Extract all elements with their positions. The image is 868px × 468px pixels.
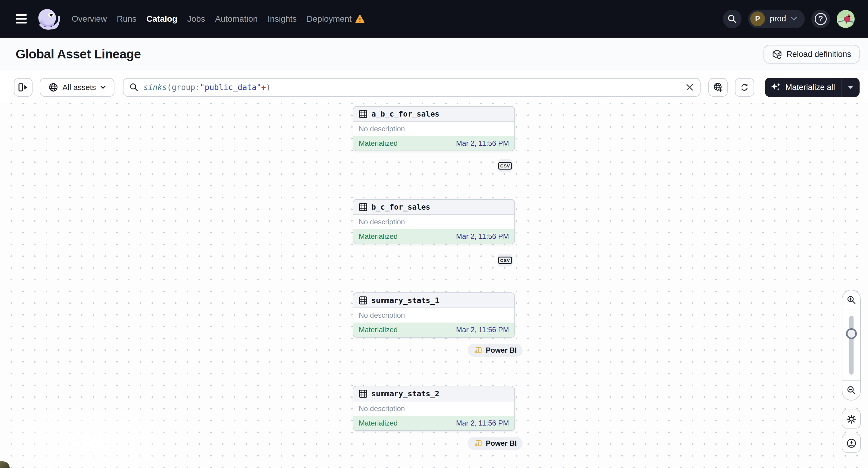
asset-name: summary_stats_2 — [371, 389, 439, 398]
query-paren-open: ( — [167, 83, 172, 92]
asset-node-header[interactable]: summary_stats_2 — [353, 386, 515, 401]
materialized-status: Materialized — [359, 325, 398, 334]
table-icon — [359, 203, 367, 211]
materialized-status: Materialized — [359, 139, 398, 148]
materialized-timestamp[interactable]: Mar 2, 11:56 PM — [456, 419, 509, 427]
nav-item-automation[interactable]: Automation — [215, 14, 258, 24]
materialized-timestamp[interactable]: Mar 2, 11:56 PM — [456, 325, 509, 334]
table-icon — [359, 389, 367, 398]
kind-tag-powerbi[interactable]: Power BI — [468, 344, 523, 357]
kind-tag-csv[interactable]: CSV — [498, 254, 513, 267]
nav-item-deployment[interactable]: Deployment — [307, 14, 365, 24]
zoom-slider-track[interactable] — [849, 316, 854, 375]
materialized-status: Materialized — [359, 232, 398, 241]
asset-node-b-c-for-sales[interactable]: b_c_for_sales No description Materialize… — [353, 199, 515, 244]
chevron-down-icon — [100, 86, 106, 89]
view-full-graph-button[interactable] — [708, 78, 727, 97]
nav-item-insights[interactable]: Insights — [268, 14, 297, 24]
graph-settings-button[interactable] — [842, 410, 861, 429]
clear-search-button[interactable] — [685, 83, 694, 92]
kind-tag-powerbi[interactable]: Power BI — [468, 437, 523, 450]
zoom-out-button[interactable] — [842, 381, 860, 400]
asset-node-header[interactable]: b_c_for_sales — [353, 200, 515, 215]
nav-item-overview[interactable]: Overview — [72, 14, 107, 24]
search-button[interactable] — [723, 10, 742, 28]
primary-nav: Overview Runs Catalog Jobs Automation In… — [72, 14, 365, 24]
nav-right-cluster: P prod ? — [723, 10, 855, 28]
materialized-status: Materialized — [359, 419, 398, 427]
canvas-glow — [0, 396, 205, 468]
asset-node-header[interactable]: summary_stats_1 — [353, 293, 515, 308]
refresh-graph-button[interactable] — [735, 78, 754, 97]
powerbi-icon — [473, 439, 483, 448]
zoom-out-icon — [847, 385, 856, 395]
globe-plus-icon — [713, 82, 723, 92]
user-avatar[interactable] — [837, 10, 855, 28]
globe-icon — [49, 83, 58, 92]
asset-name: b_c_for_sales — [371, 203, 430, 211]
zoom-slider-thumb[interactable] — [846, 328, 857, 339]
csv-icon: CSV — [498, 162, 512, 169]
asset-status-row: Materialized Mar 2, 11:56 PM — [353, 416, 515, 430]
help-icon: ? — [815, 13, 827, 25]
materialize-all-main[interactable]: Materialize all — [765, 82, 841, 92]
materialized-timestamp[interactable]: Mar 2, 11:56 PM — [456, 139, 509, 148]
avatar-cardinal-image — [837, 10, 855, 28]
page-header: Global Asset Lineage Reload definitions — [0, 38, 868, 71]
download-icon — [846, 438, 857, 448]
lineage-canvas[interactable]: a_b_c_for_sales No description Materiali… — [0, 103, 868, 468]
table-icon — [359, 296, 367, 305]
sparkles-icon — [771, 82, 781, 92]
kind-tag-csv[interactable]: CSV — [498, 159, 513, 172]
asset-node-header[interactable]: a_b_c_for_sales — [353, 106, 515, 122]
asset-status-row: Materialized Mar 2, 11:56 PM — [353, 136, 515, 151]
dagster-logo-icon[interactable] — [34, 5, 61, 33]
asset-description: No description — [353, 215, 515, 229]
asset-status-row: Materialized Mar 2, 11:56 PM — [353, 322, 515, 337]
query-paren-close: ) — [266, 83, 271, 92]
nav-item-deployment-label: Deployment — [307, 14, 351, 24]
query-key: group: — [172, 83, 200, 92]
reload-cube-icon — [772, 49, 782, 59]
materialize-options-button[interactable] — [841, 78, 860, 97]
csv-icon: CSV — [498, 257, 512, 264]
caret-down-icon — [848, 86, 853, 89]
menu-icon[interactable] — [16, 14, 28, 24]
environment-switcher[interactable]: P prod — [748, 10, 805, 28]
warning-icon — [355, 14, 365, 24]
zoom-slider[interactable] — [842, 310, 860, 380]
asset-scope-dropdown[interactable]: All assets — [40, 78, 115, 97]
zoom-in-button[interactable] — [842, 290, 860, 310]
nav-item-catalog[interactable]: Catalog — [146, 14, 177, 24]
asset-node-summary-stats-2[interactable]: summary_stats_2 No description Materiali… — [353, 386, 515, 431]
powerbi-icon — [473, 346, 483, 355]
table-icon — [359, 110, 367, 118]
asset-node-a-b-c-for-sales[interactable]: a_b_c_for_sales No description Materiali… — [353, 106, 515, 151]
top-nav: Overview Runs Catalog Jobs Automation In… — [0, 0, 868, 38]
asset-node-summary-stats-1[interactable]: summary_stats_1 No description Materiali… — [353, 292, 515, 338]
search-icon — [129, 83, 138, 92]
asset-description: No description — [353, 401, 515, 416]
environment-avatar: P — [750, 11, 765, 26]
selection-query: sinks(group:"public_data"+) — [143, 83, 271, 92]
materialized-timestamp[interactable]: Mar 2, 11:56 PM — [456, 232, 509, 241]
query-operator: + — [261, 83, 266, 92]
asset-scope-label: All assets — [62, 83, 96, 92]
download-image-button[interactable] — [842, 434, 861, 453]
open-left-panel-button[interactable] — [14, 78, 33, 97]
nav-item-runs[interactable]: Runs — [117, 14, 136, 24]
help-button[interactable]: ? — [811, 10, 830, 28]
app-window: Overview Runs Catalog Jobs Automation In… — [0, 0, 868, 468]
asset-name: a_b_c_for_sales — [371, 110, 439, 118]
search-icon — [727, 14, 737, 24]
refresh-icon — [740, 83, 749, 92]
page-title: Global Asset Lineage — [16, 47, 141, 61]
asset-description: No description — [353, 122, 515, 136]
reload-definitions-label: Reload definitions — [786, 50, 851, 59]
reload-definitions-button[interactable]: Reload definitions — [764, 45, 860, 64]
expand-panel-icon — [18, 83, 28, 92]
materialize-all-button[interactable]: Materialize all — [765, 78, 860, 97]
zoom-control — [842, 290, 861, 401]
asset-selection-input[interactable]: sinks(group:"public_data"+) — [123, 78, 701, 97]
nav-item-jobs[interactable]: Jobs — [187, 14, 205, 24]
